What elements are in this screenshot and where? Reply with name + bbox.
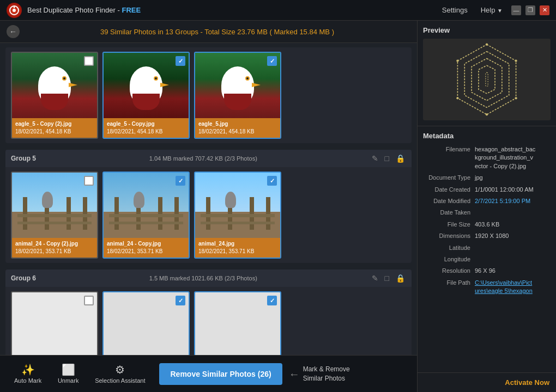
group-edit-button[interactable]: ✎ xyxy=(371,273,379,284)
photo-checkbox[interactable] xyxy=(176,296,185,305)
checkbox-checked xyxy=(176,296,185,305)
checkbox-unchecked xyxy=(84,176,94,186)
photo-date: 18/02/2021, 353.71 KB xyxy=(15,248,94,255)
unmark-icon: ⬜ xyxy=(62,364,75,375)
right-panel: Preview xyxy=(417,21,556,392)
meta-filesize-label: File Size xyxy=(423,220,475,229)
selection-assistant-label: Selection Assistant xyxy=(95,377,145,384)
metadata-title: Metadata xyxy=(423,132,551,140)
group-5-photos: animal_24 - Copy (2).jpg 18/02/2021, 353… xyxy=(5,167,412,259)
titlebar: Best Duplicate Photo Finder - FREE Setti… xyxy=(0,0,556,21)
meta-filename-row: Filename hexagon_abstract_background_ill… xyxy=(423,145,551,170)
group-edit-button[interactable]: ✎ xyxy=(371,153,379,164)
activate-now-button[interactable]: Activate Now xyxy=(505,378,549,387)
photo-filename: animal_24 - Copy.jpg xyxy=(107,240,185,248)
photo-card[interactable]: animal_24 - Copy.jpg 18/02/2021, 353.71 … xyxy=(102,171,190,259)
close-button[interactable]: ✕ xyxy=(540,5,549,15)
meta-datecreated-row: Date Created 1/1/0001 12:00:00 AM xyxy=(423,186,551,194)
meta-filename-value: hexagon_abstract_background_illustration… xyxy=(475,145,551,170)
meta-datemodified-label: Date Modified xyxy=(423,197,475,205)
checkbox-checked xyxy=(176,56,185,66)
photo-filename: eagle_5 - Copy (2).jpg xyxy=(15,120,94,128)
meta-doctype-value: jpg xyxy=(475,174,551,182)
meta-latitude-value xyxy=(475,244,551,252)
photo-filename: animal_24 - Copy (2).jpg xyxy=(15,240,94,248)
minimize-button[interactable]: — xyxy=(511,5,521,15)
photo-checkbox[interactable] xyxy=(84,56,94,66)
meta-filepath-row: File Path C:\Users\vaibhav\Pictures\eagl… xyxy=(423,279,551,296)
photo-filename: eagle_5 - Copy.jpg xyxy=(107,120,185,128)
meta-doctype-label: Document Type xyxy=(423,174,475,182)
mark-remove-hint: ← Mark & Remove Similar Photos xyxy=(289,365,354,383)
meta-datetaken-row: Date Taken xyxy=(423,209,551,217)
meta-doctype-row: Document Type jpg xyxy=(423,174,551,182)
group-5-container: Group 5 1.04 MB marked 707.42 KB (2/3 Ph… xyxy=(5,150,412,263)
meta-dimensions-value: 1920 X 1080 xyxy=(475,232,551,240)
svg-point-12 xyxy=(486,113,488,115)
meta-filesize-value: 403.6 KB xyxy=(475,220,551,229)
photo-checkbox[interactable] xyxy=(84,296,94,305)
meta-filepath-label: File Path xyxy=(423,279,475,296)
remove-similar-photos-button[interactable]: Remove Similar Photos (26) xyxy=(159,363,282,385)
group-5-header: Group 5 1.04 MB marked 707.42 KB (2/3 Ph… xyxy=(5,150,412,167)
group-5-actions: ✎ □ 🔒 xyxy=(371,153,406,164)
meta-latitude-row: Latitude xyxy=(423,244,551,252)
photo-checkbox[interactable] xyxy=(267,296,277,305)
group-6-actions: ✎ □ 🔒 xyxy=(371,273,406,284)
unmark-button[interactable]: ⬜ Unmark xyxy=(49,361,87,387)
group-6-header: Group 6 1.5 MB marked 1021.66 KB (2/3 Ph… xyxy=(5,270,412,287)
svg-rect-3 xyxy=(426,39,548,120)
photo-card[interactable]: animal_24.jpg 18/02/2021, 353.71 KB xyxy=(194,171,281,259)
auto-mark-button[interactable]: ✨ Auto Mark xyxy=(7,361,49,387)
meta-filesize-row: File Size 403.6 KB xyxy=(423,220,551,229)
photo-filename: animal_24.jpg xyxy=(198,240,277,248)
photo-checkbox[interactable] xyxy=(176,56,185,66)
photo-checkbox[interactable] xyxy=(267,176,277,186)
meta-resolution-label: Resolution xyxy=(423,267,475,275)
meta-datemodified-value: 2/7/2021 5:19:00 PM xyxy=(475,197,551,205)
svg-point-1 xyxy=(13,9,16,12)
group-lock-button[interactable]: 🔒 xyxy=(395,273,406,284)
group-select-button[interactable]: □ xyxy=(384,153,390,164)
photo-card[interactable] xyxy=(11,291,98,355)
photo-card[interactable]: animal_24 - Copy (2).jpg 18/02/2021, 353… xyxy=(11,171,98,259)
meta-datetaken-value xyxy=(475,209,551,217)
checkbox-unchecked xyxy=(84,296,94,305)
photo-date: 18/02/2021, 454.18 KB xyxy=(198,128,277,136)
meta-datemodified-row: Date Modified 2/7/2021 5:19:00 PM xyxy=(423,197,551,205)
settings-button[interactable]: Settings xyxy=(438,5,472,15)
svg-point-10 xyxy=(515,60,517,62)
groups-area[interactable]: eagle_5 - Copy (2).jpg 18/02/2021, 454.1… xyxy=(0,43,417,355)
auto-mark-label: Auto Mark xyxy=(14,377,41,384)
photo-checkbox[interactable] xyxy=(267,56,277,66)
meta-datecreated-value: 1/1/0001 12:00:00 AM xyxy=(475,186,551,194)
photo-date: 18/02/2021, 454.18 KB xyxy=(15,128,94,136)
back-button[interactable]: ← xyxy=(7,25,20,38)
photo-checkbox[interactable] xyxy=(84,176,94,186)
metadata-section: Metadata Filename hexagon_abstract_backg… xyxy=(418,126,556,372)
selection-assistant-icon: ⚙ xyxy=(115,364,125,375)
group-6-container: Group 6 1.5 MB marked 1021.66 KB (2/3 Ph… xyxy=(5,270,412,355)
photo-card[interactable]: eagle_5.jpg 18/02/2021, 454.18 KB xyxy=(194,52,281,139)
info-bar: ← 39 Similar Photos in 13 Groups - Total… xyxy=(0,21,417,43)
group-5-info: 1.04 MB marked 707.42 KB (2/3 Photos) xyxy=(40,155,366,162)
arrow-icon: ← xyxy=(289,366,300,382)
photo-checkbox[interactable] xyxy=(176,176,185,186)
photo-card[interactable] xyxy=(194,291,281,355)
photo-card[interactable] xyxy=(102,291,190,355)
group-select-button[interactable]: □ xyxy=(384,273,390,284)
photo-card[interactable]: eagle_5 - Copy.jpg 18/02/2021, 454.18 KB xyxy=(102,52,190,139)
group-4-photos: eagle_5 - Copy (2).jpg 18/02/2021, 454.1… xyxy=(5,47,412,139)
checkbox-checked xyxy=(267,176,277,186)
meta-longitude-value xyxy=(475,255,551,264)
photo-date: 18/02/2021, 353.71 KB xyxy=(107,248,185,255)
group-lock-button[interactable]: 🔒 xyxy=(395,153,406,164)
app-title: Best Duplicate Photo Finder - FREE xyxy=(27,6,432,14)
meta-filename-label: Filename xyxy=(423,145,475,170)
maximize-button[interactable]: ❐ xyxy=(525,5,535,15)
help-button[interactable]: Help ▼ xyxy=(476,5,507,15)
photo-card[interactable]: eagle_5 - Copy (2).jpg 18/02/2021, 454.1… xyxy=(11,52,98,139)
selection-assistant-button[interactable]: ⚙ Selection Assistant xyxy=(87,361,153,387)
group-4-container: eagle_5 - Copy (2).jpg 18/02/2021, 454.1… xyxy=(5,47,412,143)
meta-filepath-value[interactable]: C:\Users\vaibhav\Pictures\eagle 5\hexago… xyxy=(475,279,551,296)
